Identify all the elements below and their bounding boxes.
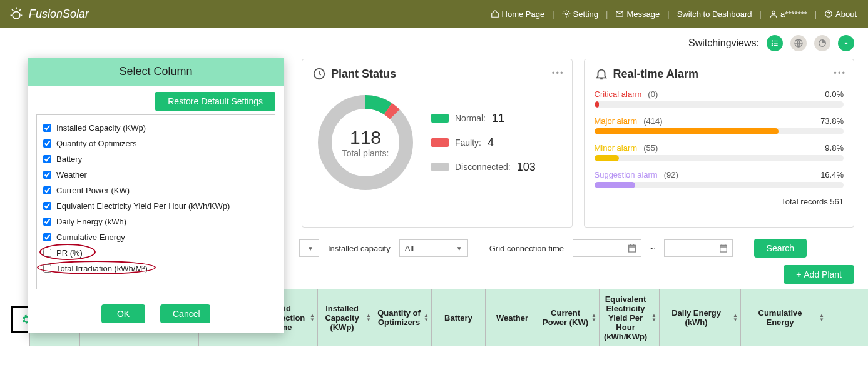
- switch-label: Switchingviews:: [688, 38, 759, 49]
- plant-status-donut: 118 Total plants:: [312, 89, 419, 196]
- total-records: Total records 561: [595, 197, 844, 206]
- plant-status-card: Plant Status ••• 118 Total plants: Norma…: [302, 59, 573, 228]
- card-menu-icon[interactable]: •••: [552, 68, 564, 78]
- realtime-alarm-card: Real-time Alarm ••• Critical alarm(0)0.0…: [584, 59, 855, 228]
- globe-view-icon[interactable]: [790, 35, 807, 51]
- nav-dashboard[interactable]: Switch to Dashboard: [673, 9, 756, 19]
- svg-rect-17: [720, 245, 727, 252]
- grid-time-label: Grid connection time: [489, 244, 564, 253]
- alarm-title: Real-time Alarm: [613, 68, 698, 81]
- svg-point-0: [13, 12, 20, 19]
- legend-row: Faulty: 4: [431, 136, 536, 149]
- column-option[interactable]: Equivalent Electricity Yield Per Hour (k…: [43, 198, 268, 214]
- column-checkbox[interactable]: [43, 139, 51, 148]
- search-button[interactable]: Search: [754, 239, 807, 258]
- nav-message[interactable]: Message: [611, 9, 663, 19]
- column-option[interactable]: Total Irradiation (kWh/M²): [43, 261, 268, 276]
- column-option[interactable]: Current Power (KW): [43, 183, 268, 198]
- column-header[interactable]: Battery: [432, 289, 486, 346]
- alarm-row[interactable]: Critical alarm(0)0.0%: [595, 89, 844, 108]
- alarm-row[interactable]: Suggestion alarm(92)16.4%: [595, 170, 844, 188]
- alarm-row[interactable]: Minor alarm(55)9.8%: [595, 143, 844, 161]
- column-option[interactable]: Battery: [43, 151, 268, 167]
- collapse-icon[interactable]: [838, 35, 854, 51]
- svg-rect-6: [774, 41, 777, 41]
- legend-row: Disconnected: 103: [431, 161, 536, 174]
- legend-row: Normal: 11: [431, 112, 536, 125]
- column-option[interactable]: Cumulative Energy: [43, 229, 268, 245]
- column-checkbox[interactable]: [43, 264, 51, 273]
- column-checkbox[interactable]: [43, 155, 51, 163]
- brand-logo: FusionSolar: [8, 5, 89, 23]
- filter-dropdown[interactable]: ▼: [299, 239, 319, 257]
- column-header[interactable]: Cumulative Energy▲▼: [741, 289, 827, 346]
- column-option[interactable]: Weather: [43, 167, 268, 183]
- svg-point-1: [565, 13, 568, 15]
- column-header[interactable]: Weather: [486, 289, 539, 346]
- svg-point-9: [772, 44, 773, 46]
- column-checkbox[interactable]: [43, 202, 51, 210]
- bell-icon: [595, 67, 608, 81]
- ok-button[interactable]: OK: [101, 304, 145, 323]
- svg-rect-10: [774, 45, 777, 46]
- column-checkbox[interactable]: [43, 218, 51, 226]
- cancel-button[interactable]: Cancel: [160, 304, 210, 323]
- column-checkbox[interactable]: [43, 233, 51, 241]
- column-option[interactable]: Daily Energy (kWh): [43, 214, 268, 229]
- svg-rect-16: [629, 245, 636, 252]
- list-view-icon[interactable]: [767, 35, 783, 51]
- clock-icon: [312, 67, 326, 81]
- svg-rect-8: [774, 43, 777, 43]
- svg-point-5: [772, 40, 773, 41]
- svg-point-7: [772, 43, 773, 44]
- view-switcher: Switchingviews:: [0, 28, 868, 59]
- total-plants-value: 118: [350, 127, 381, 148]
- modal-title: Select Column: [28, 58, 284, 86]
- column-list[interactable]: Installed Capacity (KWp)Quantity of Opti…: [36, 114, 275, 289]
- plant-status-title: Plant Status: [331, 68, 396, 81]
- nav-home[interactable]: Home Page: [487, 9, 549, 19]
- column-checkbox[interactable]: [43, 171, 51, 179]
- restore-defaults-button[interactable]: Restore Default Settings: [155, 92, 275, 111]
- nav-about[interactable]: About: [820, 9, 860, 19]
- chart-view-icon[interactable]: [814, 35, 830, 51]
- column-checkbox[interactable]: [43, 186, 51, 194]
- column-checkbox[interactable]: [43, 124, 51, 132]
- nav-setting[interactable]: Setting: [558, 9, 602, 19]
- total-plants-label: Total plants:: [342, 148, 389, 158]
- capacity-select[interactable]: All▼: [399, 239, 468, 257]
- card-menu-icon[interactable]: •••: [834, 68, 846, 78]
- date-to[interactable]: [664, 239, 733, 257]
- svg-point-3: [772, 11, 775, 14]
- column-header[interactable]: Equivalent Electricity Yield Per Hour (k…: [600, 289, 660, 346]
- column-header[interactable]: Current Power (KW)▲▼: [539, 289, 600, 346]
- select-column-modal: Select Column Restore Default Settings I…: [28, 58, 284, 333]
- column-header[interactable]: Quantity of Optimizers▲▼: [374, 289, 432, 346]
- column-option[interactable]: Quantity of Optimizers: [43, 136, 268, 151]
- column-checkbox[interactable]: [43, 249, 51, 257]
- column-option[interactable]: PR (%): [43, 245, 268, 261]
- column-option[interactable]: Installed Capacity (KWp): [43, 120, 268, 136]
- add-plant-button[interactable]: + Add Plant: [784, 265, 854, 284]
- column-header[interactable]: Daily Energy (kWh)▲▼: [660, 289, 741, 346]
- column-header[interactable]: Installed Capacity (KWp)▲▼: [318, 289, 374, 346]
- date-from[interactable]: [573, 239, 641, 257]
- nav-user[interactable]: a*******: [765, 9, 811, 19]
- topbar: FusionSolar Home Page | Setting | Messag…: [0, 0, 868, 28]
- alarm-row[interactable]: Major alarm(414)73.8%: [595, 116, 844, 134]
- capacity-label: Installed capacity: [328, 244, 391, 253]
